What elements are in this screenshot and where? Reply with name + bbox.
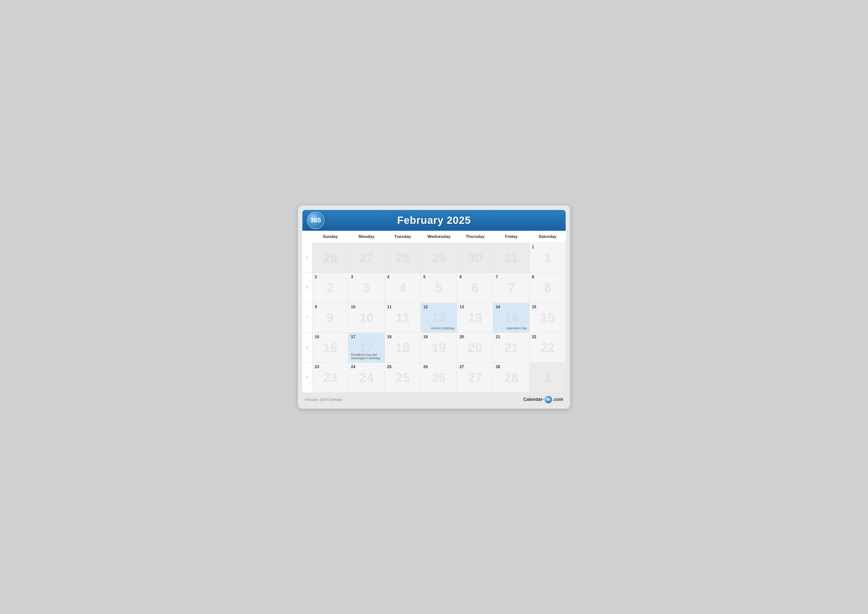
watermark-number: 6: [471, 280, 479, 295]
watermark-number: 23: [323, 370, 338, 385]
calendar-cell-w1-d5[interactable]: 77: [493, 273, 529, 303]
calendar-cell-w2-d3[interactable]: 1212Lincoln's Birthday: [421, 303, 457, 333]
calendar-cell-w1-d4[interactable]: 66: [457, 273, 493, 303]
day-number: 25: [387, 365, 418, 369]
day-number: 2: [315, 275, 346, 279]
calendar-cell-w3-d5[interactable]: 2121: [493, 333, 529, 362]
week-number-0: 5: [302, 243, 312, 273]
calendar-cell-w3-d1[interactable]: 1717Presidents Day and Washington's Birt…: [349, 333, 384, 362]
calendar-cell-w2-d5[interactable]: 1414Valentine's Day: [493, 303, 529, 333]
watermark-number: 12: [432, 310, 446, 325]
day-number: 17: [351, 335, 382, 339]
watermark-number: 19: [432, 340, 446, 355]
calendar-grid: 5262728293031116223344556677887991010111…: [302, 243, 566, 392]
watermark-number: 27: [359, 250, 374, 265]
watermark-number: 30: [468, 250, 482, 265]
event-label: Presidents Day and Washington's Birthday: [351, 353, 384, 360]
calendar-cell-w4-d2[interactable]: 2525: [385, 363, 421, 392]
event-label: Valentine's Day: [506, 326, 527, 330]
week-number-2: 7: [302, 303, 312, 333]
week-number-3: 8: [302, 333, 312, 362]
day-number: 20: [459, 335, 490, 339]
watermark-number: 14: [504, 310, 518, 325]
calendar-cell-w1-d0[interactable]: 22: [312, 273, 349, 303]
calendar-cell-w4-d4[interactable]: 2727: [457, 363, 493, 392]
day-header-wednesday: Wednesday: [421, 231, 457, 243]
watermark-number: 20: [468, 340, 482, 355]
day-header-saturday: Saturday: [530, 231, 566, 243]
watermark-number: 2: [327, 280, 334, 295]
calendar-cell-w3-d2[interactable]: 1818: [385, 333, 421, 362]
day-number: 6: [459, 275, 490, 279]
day-number: 19: [423, 335, 454, 339]
watermark-number: 28: [395, 250, 410, 265]
day-headers-row: Sunday Monday Tuesday Wednesday Thursday…: [302, 231, 566, 243]
watermark-number: 10: [359, 310, 374, 325]
calendar-cell-w1-d6[interactable]: 88: [530, 273, 566, 303]
week-number-4: 9: [302, 363, 312, 392]
calendar-cell-w3-d4[interactable]: 2020: [457, 333, 493, 362]
calendar-cell-w4-d6[interactable]: 1: [530, 363, 566, 392]
watermark-number: 22: [540, 340, 555, 355]
calendar-title: February 2025: [397, 215, 471, 226]
calendar-cell-w0-d2[interactable]: 28: [385, 243, 421, 273]
day-number: 18: [387, 335, 418, 339]
calendar-cell-w0-d3[interactable]: 29: [421, 243, 457, 273]
calendar-cell-w0-d4[interactable]: 30: [457, 243, 493, 273]
day-number: 11: [387, 305, 418, 309]
calendar-cell-w2-d4[interactable]: 1313: [457, 303, 493, 333]
day-number: 22: [532, 335, 563, 339]
day-number: 27: [459, 365, 490, 369]
watermark-number: 18: [395, 340, 410, 355]
calendar-cell-w2-d6[interactable]: 1515: [530, 303, 566, 333]
watermark-number: 3: [363, 280, 370, 295]
watermark-number: 26: [432, 370, 446, 385]
day-number: 8: [532, 275, 563, 279]
day-number: 16: [315, 335, 346, 339]
day-number: 21: [496, 335, 527, 339]
calendar-cell-w2-d1[interactable]: 1010: [349, 303, 384, 333]
calendar-cell-w1-d2[interactable]: 44: [385, 273, 421, 303]
calendar-cell-w0-d0[interactable]: 26: [312, 243, 349, 273]
calendar-cell-w0-d5[interactable]: 31: [493, 243, 529, 273]
day-number: 9: [315, 305, 346, 309]
watermark-number: 9: [327, 310, 334, 325]
calendar-cell-w1-d1[interactable]: 33: [349, 273, 384, 303]
day-header-sunday: Sunday: [312, 231, 349, 243]
day-number: 5: [423, 275, 454, 279]
watermark-number: 13: [468, 310, 482, 325]
calendar-cell-w3-d6[interactable]: 2222: [530, 333, 566, 362]
calendar-cell-w0-d6[interactable]: 11: [530, 243, 566, 273]
footer-brand-badge: 365: [545, 396, 552, 403]
week-row-3: 816161717Presidents Day and Washington's…: [302, 333, 566, 363]
watermark-number: 29: [432, 250, 446, 265]
watermark-number: 4: [399, 280, 406, 295]
footer-brand-suffix: .com: [553, 397, 563, 402]
calendar-cell-w0-d1[interactable]: 27: [349, 243, 384, 273]
calendar-cell-w2-d2[interactable]: 1111: [385, 303, 421, 333]
calendar-cell-w2-d0[interactable]: 99: [312, 303, 349, 333]
watermark-number: 27: [468, 370, 482, 385]
watermark-number: 21: [504, 340, 518, 355]
day-number: 28: [496, 365, 527, 369]
day-number: 24: [351, 365, 382, 369]
day-number: 14: [496, 305, 527, 309]
watermark-number: 1: [544, 250, 551, 265]
week-row-1: 622334455667788: [302, 273, 566, 303]
day-number: 13: [459, 305, 490, 309]
watermark-number: 28: [504, 370, 518, 385]
calendar-cell-w4-d0[interactable]: 2323: [312, 363, 349, 392]
day-header-tuesday: Tuesday: [385, 231, 421, 243]
calendar-cell-w1-d3[interactable]: 55: [421, 273, 457, 303]
calendar-cell-w4-d3[interactable]: 2626: [421, 363, 457, 392]
calendar-footer: February 2025 Calendar Calendar-365.com: [302, 392, 566, 404]
week-number-1: 6: [302, 273, 312, 303]
calendar-cell-w4-d5[interactable]: 2828: [493, 363, 529, 392]
day-header-friday: Friday: [493, 231, 529, 243]
footer-brand-prefix: Calendar-: [523, 397, 544, 402]
footer-brand: Calendar-365.com: [523, 396, 563, 403]
calendar-cell-w4-d1[interactable]: 2424: [349, 363, 384, 392]
calendar-cell-w3-d3[interactable]: 1919: [421, 333, 457, 362]
calendar-header: 365 February 2025: [302, 210, 566, 231]
calendar-cell-w3-d0[interactable]: 1616: [312, 333, 349, 362]
